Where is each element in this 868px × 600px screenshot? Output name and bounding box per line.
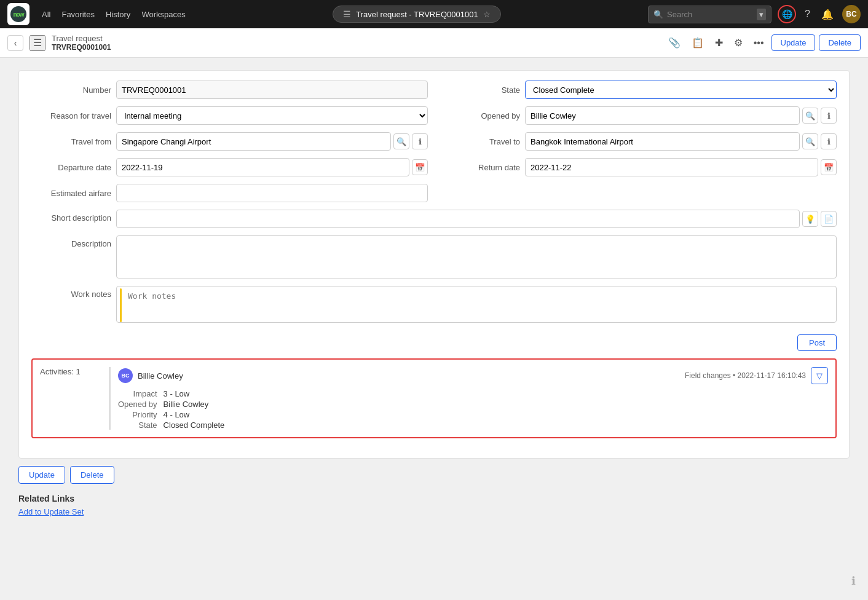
travel-from-field-group: Travel from 🔍 ℹ: [31, 132, 428, 151]
travel-from-info-icon[interactable]: ℹ: [412, 133, 428, 149]
worknotes-label: Work notes: [31, 286, 111, 299]
departure-date-input[interactable]: [116, 158, 409, 176]
nav-workspaces[interactable]: Workspaces: [141, 10, 185, 19]
priority-value: 4 - Low: [164, 410, 828, 419]
template-icon-btn[interactable]: 📋: [688, 34, 708, 51]
short-description-input[interactable]: [116, 210, 800, 228]
short-description-row: Short description 💡 📄: [31, 210, 837, 228]
impact-label: Impact: [118, 389, 157, 398]
opened-by-label: Opened by: [440, 111, 520, 120]
nav-all[interactable]: All: [42, 10, 50, 19]
info-icon-bottom[interactable]: ℹ: [851, 574, 856, 588]
settings-icon-btn[interactable]: ⚙: [730, 34, 746, 51]
travel-to-search-icon[interactable]: 🔍: [802, 133, 818, 149]
activity-top: BC Billie Cowley Field changes • 2022-11…: [118, 367, 828, 384]
sidebar-menu-button[interactable]: ☰: [30, 35, 45, 51]
state-activity-value: Closed Complete: [164, 420, 828, 430]
bottom-update-button[interactable]: Update: [18, 466, 65, 484]
post-row: Post: [31, 332, 837, 358]
number-label: Number: [31, 85, 111, 95]
search-dropdown-btn[interactable]: ▾: [757, 9, 766, 20]
return-date-label: Return date: [440, 163, 520, 172]
travel-to-info-icon[interactable]: ℹ: [821, 133, 837, 149]
search-bar[interactable]: 🔍 ▾: [648, 6, 771, 23]
add-to-update-set-link[interactable]: Add to Update Set: [18, 507, 84, 516]
sub-header: ‹ ☰ Travel request TRVREQ0001001 📎 📋 ✚ ⚙…: [0, 28, 868, 58]
travel-from-input[interactable]: [116, 132, 391, 151]
opened-by-activity-value: Billie Cowley: [164, 400, 828, 409]
opened-by-info-icon[interactable]: ℹ: [821, 108, 837, 124]
more-icon-btn[interactable]: •••: [750, 35, 768, 51]
return-date-calendar-icon[interactable]: 📅: [821, 159, 837, 175]
nav-center: ☰ Travel request - TRVREQ0001001 ☆: [198, 6, 636, 23]
search-icon: 🔍: [653, 10, 663, 19]
nav-right-actions: 🔍 ▾ 🌐 ? 🔔 BC: [648, 5, 861, 23]
reason-select[interactable]: Internal meeting Client visit Conference…: [116, 106, 428, 125]
opened-by-search-icon[interactable]: 🔍: [802, 108, 818, 124]
current-tab-pill[interactable]: ☰ Travel request - TRVREQ0001001 ☆: [333, 6, 500, 23]
sub-header-actions: 📎 📋 ✚ ⚙ ••• Update Delete: [665, 34, 861, 51]
globe-icon-btn[interactable]: 🌐: [778, 5, 796, 23]
departure-date-label: Departure date: [31, 163, 111, 172]
user-avatar[interactable]: BC: [842, 5, 861, 23]
travel-from-search-icon[interactable]: 🔍: [393, 133, 409, 149]
top-navigation: now All Favorites History Workspaces ☰ T…: [0, 0, 868, 28]
activities-section: Activities: 1 BC Billie Cowley Field cha…: [31, 358, 837, 438]
worknotes-bar: [120, 288, 122, 322]
post-button[interactable]: Post: [797, 334, 837, 351]
activity-user: BC Billie Cowley: [118, 368, 183, 383]
worknotes-textarea[interactable]: [116, 286, 837, 323]
number-field-group: Number: [31, 81, 428, 99]
update-button[interactable]: Update: [771, 34, 816, 51]
breadcrumb: Travel request TRVREQ0001001: [52, 34, 111, 52]
activity-meta: Field changes • 2022-11-17 16:10:43: [685, 371, 806, 380]
plus-icon-btn[interactable]: ✚: [711, 34, 727, 51]
bottom-actions: Update Delete: [18, 466, 850, 484]
nav-favorites[interactable]: Favorites: [61, 10, 94, 19]
airfare-field-group: Estimated airfare: [31, 184, 428, 202]
search-input[interactable]: [667, 10, 753, 19]
departure-date-field-group: Departure date 📅: [31, 158, 428, 176]
activity-avatar: BC: [118, 368, 133, 383]
delete-button[interactable]: Delete: [819, 34, 861, 51]
main-content: Number State Closed Complete Open In Pro…: [0, 58, 868, 600]
favorite-star-icon[interactable]: ☆: [483, 10, 491, 19]
opened-by-input[interactable]: [525, 106, 800, 125]
short-desc-template-icon[interactable]: 📄: [821, 211, 837, 227]
state-label: State: [440, 85, 520, 95]
impact-value: 3 - Low: [164, 389, 828, 398]
activity-fields: Impact 3 - Low Opened by Billie Cowley P…: [118, 389, 828, 430]
bell-icon-btn[interactable]: 🔔: [819, 6, 836, 23]
related-links-title: Related Links: [18, 494, 850, 503]
reason-field-group: Reason for travel Internal meeting Clien…: [31, 106, 428, 125]
bottom-delete-button[interactable]: Delete: [70, 466, 114, 484]
breadcrumb-sub: TRVREQ0001001: [52, 43, 111, 52]
description-label: Description: [31, 235, 111, 248]
now-logo[interactable]: now: [7, 3, 30, 25]
description-row: Description: [31, 235, 837, 278]
related-links-section: Related Links Add to Update Set: [18, 494, 850, 516]
number-input[interactable]: [116, 81, 428, 99]
attachment-icon-btn[interactable]: 📎: [665, 34, 684, 51]
travel-to-input[interactable]: [525, 132, 800, 151]
tab-menu-icon: ☰: [343, 9, 351, 19]
return-date-input[interactable]: [525, 158, 818, 176]
activity-filter-button[interactable]: ▽: [811, 367, 828, 384]
state-field-group: State Closed Complete Open In Progress P…: [440, 81, 837, 99]
short-desc-bulb-icon[interactable]: 💡: [802, 211, 818, 227]
description-textarea[interactable]: [116, 235, 837, 278]
travel-to-label: Travel to: [440, 137, 520, 146]
breadcrumb-main: Travel request: [52, 34, 111, 43]
departure-date-calendar-icon[interactable]: 📅: [412, 159, 428, 175]
help-icon-btn[interactable]: ?: [802, 6, 813, 22]
activity-username: Billie Cowley: [138, 371, 183, 381]
back-button[interactable]: ‹: [7, 35, 23, 51]
airfare-input[interactable]: [116, 184, 428, 202]
travel-from-label: Travel from: [31, 137, 111, 146]
state-select[interactable]: Closed Complete Open In Progress Pending…: [525, 81, 837, 99]
priority-label: Priority: [118, 410, 157, 419]
activity-item: BC Billie Cowley Field changes • 2022-11…: [109, 367, 828, 430]
reason-label: Reason for travel: [31, 111, 111, 120]
nav-history[interactable]: History: [106, 10, 130, 19]
travel-to-field-group: Travel to 🔍 ℹ: [440, 132, 837, 151]
